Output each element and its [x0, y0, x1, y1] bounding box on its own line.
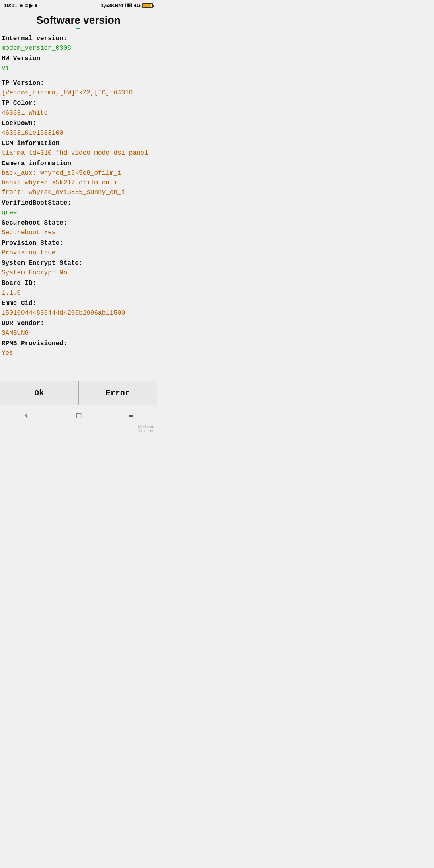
field-camera: Camera information back_aux: whyred_s5k5…	[2, 159, 152, 197]
label-verified-boot: VerifiedBootState:	[2, 198, 152, 208]
value-board-id: 1.1.0	[2, 288, 152, 298]
divider-1	[2, 76, 152, 76]
value-rpmb: Yes	[2, 348, 152, 358]
nav-back-button[interactable]: ‹	[24, 410, 29, 421]
value-system-encrypt: System Encrypt No	[2, 268, 152, 278]
content-area: Internal version: modem_version_0308 HW …	[0, 32, 157, 381]
value-camera-front: front: whyred_ov13855_sunny_cn_i	[2, 188, 152, 197]
label-camera: Camera information	[2, 159, 152, 168]
value-secureboot: Secureboot Yes	[2, 228, 152, 237]
title-underline	[76, 28, 80, 29]
page-title: Software version	[0, 10, 157, 28]
network-type: 4G	[134, 2, 141, 8]
label-tp-color: TP Color:	[2, 98, 152, 108]
label-hw-version: HW Version	[2, 54, 152, 63]
error-button[interactable]: Error	[79, 381, 157, 405]
vimeo-icon: ▶	[29, 3, 33, 8]
time-display: 19:11	[4, 2, 17, 8]
label-internal-version: Internal version:	[2, 34, 152, 43]
value-lcm: tianma td4310 fhd video mode dsi panel	[2, 148, 152, 158]
field-board-id: Board ID: 1.1.0	[2, 278, 152, 298]
button-row: Ok Error	[0, 381, 157, 405]
value-internal-version: modem_version_0308	[2, 43, 152, 53]
value-hw-version: V1	[2, 63, 152, 73]
label-system-encrypt: System Encrypt State:	[2, 258, 152, 268]
status-bar: 19:11 ★ ≡ ▶ ■ 1,63KB/d ⅠⅡⅢ 4G	[0, 0, 157, 10]
field-rpmb: RPMB Provisioned: Yes	[2, 339, 152, 358]
label-rpmb: RPMB Provisioned:	[2, 339, 152, 348]
nav-home-button[interactable]: □	[76, 411, 81, 420]
field-emmc-cid: Emmc Cid: 150100444836444d4205b2996ab115…	[2, 299, 152, 318]
value-provision: Provision true	[2, 248, 152, 258]
value-camera-back-aux: back_aux: whyred_s5k5e8_ofilm_i	[2, 168, 152, 178]
value-camera-back: back: whyred_s5k2l7_ofilm_cn_i	[2, 178, 152, 188]
field-hw-version: HW Version V1	[2, 54, 152, 73]
nav-menu-button[interactable]: ≡	[128, 411, 133, 420]
field-secureboot: Secureboot State: Secureboot Yes	[2, 218, 152, 237]
ok-button[interactable]: Ok	[0, 381, 79, 405]
label-provision: Provision State:	[2, 238, 152, 248]
field-lockdown: LockDown: 46363101e1533100	[2, 119, 152, 138]
signal-icon: ⅠⅡⅢ	[125, 3, 132, 8]
nav-bar: ‹ □ ≡	[0, 405, 157, 424]
value-emmc-cid: 150100444836444d4205b2996ab11500	[2, 308, 152, 318]
label-emmc-cid: Emmc Cid:	[2, 299, 152, 308]
label-secureboot: Secureboot State:	[2, 218, 152, 228]
field-ddr-vendor: DDR Vendor: SAMSUNG	[2, 319, 152, 338]
bb-icon: ★	[19, 3, 23, 8]
square-icon: ■	[35, 3, 37, 8]
label-board-id: Board ID:	[2, 278, 152, 288]
message-icon: ≡	[25, 3, 28, 8]
field-system-encrypt: System Encrypt State: System Encrypt No	[2, 258, 152, 278]
field-verified-boot: VerifiedBootState: green	[2, 198, 152, 217]
status-left: 19:11 ★ ≡ ▶ ■	[4, 2, 38, 8]
value-lockdown: 46363101e1533100	[2, 128, 152, 138]
value-tp-color: 463631 White	[2, 108, 152, 118]
value-ddr-vendor: SAMSUNG	[2, 328, 152, 338]
label-ddr-vendor: DDR Vendor:	[2, 319, 152, 328]
status-right: 1,63KB/d ⅠⅡⅢ 4G	[101, 2, 153, 8]
value-tp-version: [Vendor]tianma,[FW]0x22,[IC]td4310	[2, 88, 152, 98]
field-tp-version: TP Version: [Vendor]tianma,[FW]0x22,[IC]…	[2, 78, 152, 98]
battery-icon	[142, 3, 153, 8]
field-tp-color: TP Color: 463631 White	[2, 98, 152, 118]
field-internal-version: Internal version: modem_version_0308	[2, 34, 152, 53]
field-lcm: LCM information tianma td4310 fhd video …	[2, 139, 152, 158]
label-tp-version: TP Version:	[2, 78, 152, 88]
mi-logo: Mi Game©mi.com	[0, 424, 157, 434]
value-verified-boot: green	[2, 208, 152, 217]
label-lcm: LCM information	[2, 139, 152, 148]
label-lockdown: LockDown:	[2, 119, 152, 128]
field-provision: Provision State: Provision true	[2, 238, 152, 258]
network-speed: 1,63KB/d	[101, 2, 123, 8]
